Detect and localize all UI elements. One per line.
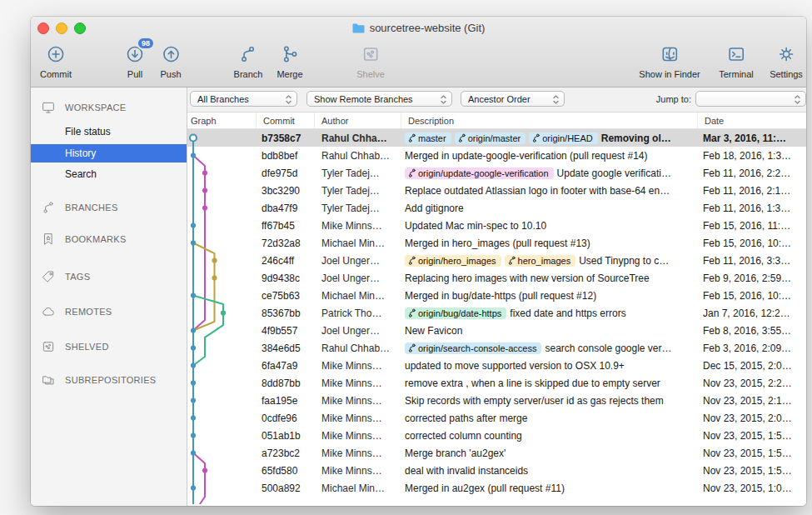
commit-row-b7358c7[interactable]: b7358c7Rahul Chha…masterorigin/masterori… bbox=[187, 129, 806, 147]
commit-row-0cdfe96[interactable]: 0cdfe96Mike Minns…corrected paths after … bbox=[187, 409, 806, 427]
commit-date: Nov 23, 2015, 2:0… bbox=[698, 409, 806, 427]
toolbar-button-label: Shelve bbox=[356, 69, 385, 79]
jump-to-label: Jump to: bbox=[604, 94, 691, 104]
git-branch-icon bbox=[458, 133, 466, 142]
commit-row-6fa47a9[interactable]: 6fa47a9Mike Minns…updated to move suppor… bbox=[187, 357, 806, 374]
commit-list: b7358c7Rahul Chha…masterorigin/masterori… bbox=[187, 129, 806, 506]
commit-description: remove extra , when a line is skipped du… bbox=[401, 374, 698, 392]
sidebar-item-bookmarks[interactable]: BOOKMARKS bbox=[31, 230, 187, 248]
commit-description: Merged in bug/date-https (pull request #… bbox=[401, 287, 698, 304]
commit-row-9d9438c[interactable]: 9d9438cJoel Unger…Replacing hero images … bbox=[187, 269, 806, 287]
graph-cell bbox=[187, 217, 257, 234]
commit-row-246c4ff[interactable]: 246c4ffJoel Unger…origin/hero_imageshero… bbox=[187, 252, 806, 269]
workspace-icon bbox=[41, 100, 56, 115]
commit-author: Mike Minns… bbox=[315, 357, 401, 374]
commit-hash: b7358c7 bbox=[257, 129, 315, 147]
commit-author: Tyler Tadej… bbox=[315, 199, 401, 217]
toolbar-button-branch[interactable]: Branch bbox=[234, 41, 263, 79]
commit-hash: 65fd580 bbox=[257, 462, 315, 479]
commit-row-dfe975d[interactable]: dfe975dTyler Tadej…origin/update-google-… bbox=[187, 164, 806, 182]
commit-row-ff67b45[interactable]: ff67b45Mike Minns…Updated Mac min-spec t… bbox=[187, 217, 806, 234]
toolbar-button-terminal[interactable]: Terminal bbox=[719, 41, 754, 79]
description-text: deal with invalid instanceids bbox=[405, 465, 528, 477]
commit-author: Mike Minns… bbox=[315, 217, 401, 234]
column-header-date[interactable]: Date bbox=[698, 112, 806, 128]
select-value: Show Remote Branches bbox=[314, 94, 413, 104]
toolbar-button-show-in-finder[interactable]: Show in Finder bbox=[639, 41, 700, 79]
commit-description: Updated Mac min-spec to 10.10 bbox=[401, 217, 698, 234]
commit-row-3bc3290[interactable]: 3bc3290Tyler Tadej…Replace outdated Atla… bbox=[187, 182, 806, 199]
commit-row-500a892[interactable]: 500a892Michael Min…Merged in au2gex (pul… bbox=[187, 479, 806, 497]
column-header-description[interactable]: Description bbox=[401, 112, 698, 128]
toolbar-button-merge[interactable]: Merge bbox=[276, 41, 302, 79]
commit-row-85367bb[interactable]: 85367bbPatrick Tho…origin/bug/date-https… bbox=[187, 304, 806, 322]
sidebar-item-tags[interactable]: TAGS bbox=[31, 268, 187, 286]
sidebar-item-file-status[interactable]: File status bbox=[31, 122, 187, 141]
commit-author: Michael Min… bbox=[315, 234, 401, 252]
sidebar-item-search[interactable]: Search bbox=[31, 165, 187, 183]
sidebar: WORKSPACEFile statusHistorySearchBRANCHE… bbox=[31, 88, 187, 506]
sidebar-item-history[interactable]: History bbox=[31, 144, 187, 162]
commit-date: Feb 3, 2016, 2:09… bbox=[698, 339, 806, 357]
plus-circle-icon bbox=[40, 41, 72, 68]
description-text: updated to move supported version to OSX… bbox=[405, 360, 625, 372]
commit-author: Patrick Tho… bbox=[315, 304, 401, 322]
app-window: sourcetree-website (Git) Commit98PullPus… bbox=[31, 17, 806, 506]
commit-date: Feb 11, 2016, 1:3… bbox=[698, 199, 806, 217]
git-branch-icon bbox=[532, 133, 540, 142]
column-header-graph[interactable]: Graph bbox=[187, 112, 257, 128]
commit-hash: 0cdfe96 bbox=[257, 409, 315, 427]
commit-row-bdb8bef[interactable]: bdb8befRahul Chhab…Merged in update-goog… bbox=[187, 147, 806, 164]
column-header-author[interactable]: Author bbox=[315, 112, 401, 128]
chevron-up-down-icon bbox=[792, 93, 803, 108]
branch-filter-select[interactable]: All Branches bbox=[190, 91, 297, 107]
sidebar-item-branches[interactable]: BRANCHES bbox=[31, 198, 187, 217]
commit-description: Merged in au2gex (pull request #11) bbox=[401, 479, 698, 497]
sidebar-item-workspace[interactable]: WORKSPACE bbox=[31, 98, 187, 117]
graph-cell bbox=[187, 287, 257, 304]
commit-description: corrected column counting bbox=[401, 427, 698, 444]
jump-to-select[interactable] bbox=[695, 91, 806, 107]
commit-description: Merge branch 'au2gex' bbox=[401, 444, 698, 462]
sidebar-item-subrepositories[interactable]: SUBREPOSITORIES bbox=[31, 371, 187, 389]
commit-hash: dfe975d bbox=[257, 164, 315, 182]
commit-row-384e6d5[interactable]: 384e6d5Rahul Chhab…origin/search-console… bbox=[187, 339, 806, 357]
description-text: Used Tinypng to c… bbox=[579, 255, 669, 267]
commit-row-051ab1b[interactable]: 051ab1bMike Minns…corrected column count… bbox=[187, 427, 806, 444]
commit-date: Nov 23, 2015, 1:0… bbox=[698, 479, 806, 497]
window-content: WORKSPACEFile statusHistorySearchBRANCHE… bbox=[31, 88, 806, 506]
commit-description: New Favicon bbox=[401, 322, 698, 339]
commit-date: Feb 15, 2016, 10:… bbox=[698, 287, 806, 304]
commit-date: Feb 11, 2016, 2:1… bbox=[698, 182, 806, 199]
commit-row-8dd87bb[interactable]: 8dd87bbMike Minns…remove extra , when a … bbox=[187, 374, 806, 392]
toolbar-button-pull[interactable]: 98Pull bbox=[125, 41, 145, 79]
commit-row-4f9b557[interactable]: 4f9b557Joel Unger…New FaviconFeb 8, 2016… bbox=[187, 322, 806, 339]
graph-cell bbox=[187, 147, 257, 164]
order-select[interactable]: Ancestor Order bbox=[461, 91, 565, 107]
branch-tag: origin/update-google-verification bbox=[405, 168, 554, 179]
toolbar-button-commit[interactable]: Commit bbox=[40, 41, 72, 79]
terminal-icon bbox=[719, 41, 754, 68]
commit-row-65fd580[interactable]: 65fd580Mike Minns…deal with invalid inst… bbox=[187, 462, 806, 479]
commit-row-dba47f9[interactable]: dba47f9Tyler Tadej…Add gitignoreFeb 11, … bbox=[187, 199, 806, 217]
commit-row-faa195e[interactable]: faa195eMike Minns…Skip records with empt… bbox=[187, 392, 806, 409]
commit-row-72d32a8[interactable]: 72d32a8Michael Min…Merged in hero_images… bbox=[187, 234, 806, 252]
commit-date: Dec 15, 2015, 2:0… bbox=[698, 357, 806, 374]
toolbar-button-settings[interactable]: Settings bbox=[770, 41, 803, 79]
sidebar-item-remotes[interactable]: REMOTES bbox=[31, 302, 187, 321]
commit-hash: 051ab1b bbox=[257, 427, 315, 444]
commit-author: Michael Min… bbox=[315, 479, 401, 497]
shelve-box-icon bbox=[41, 339, 56, 354]
toolbar-button-push[interactable]: Push bbox=[160, 41, 181, 79]
remote-branches-select[interactable]: Show Remote Branches bbox=[306, 91, 452, 107]
toolbar-button-shelve: Shelve bbox=[356, 41, 385, 79]
graph-cell bbox=[187, 374, 257, 392]
sidebar-item-shelved[interactable]: SHELVED bbox=[31, 338, 187, 356]
commit-description: Replacing hero images with new version o… bbox=[401, 269, 698, 287]
branch-tag: origin/bug/date-https bbox=[405, 308, 506, 319]
column-header-commit[interactable]: Commit bbox=[257, 112, 315, 128]
cloud-icon bbox=[41, 304, 56, 319]
sidebar-item-label: BOOKMARKS bbox=[65, 234, 183, 244]
commit-row-ce75b63[interactable]: ce75b63Michael Min…Merged in bug/date-ht… bbox=[187, 287, 806, 304]
commit-row-a723bc2[interactable]: a723bc2Mike Minns…Merge branch 'au2gex'N… bbox=[187, 444, 806, 462]
